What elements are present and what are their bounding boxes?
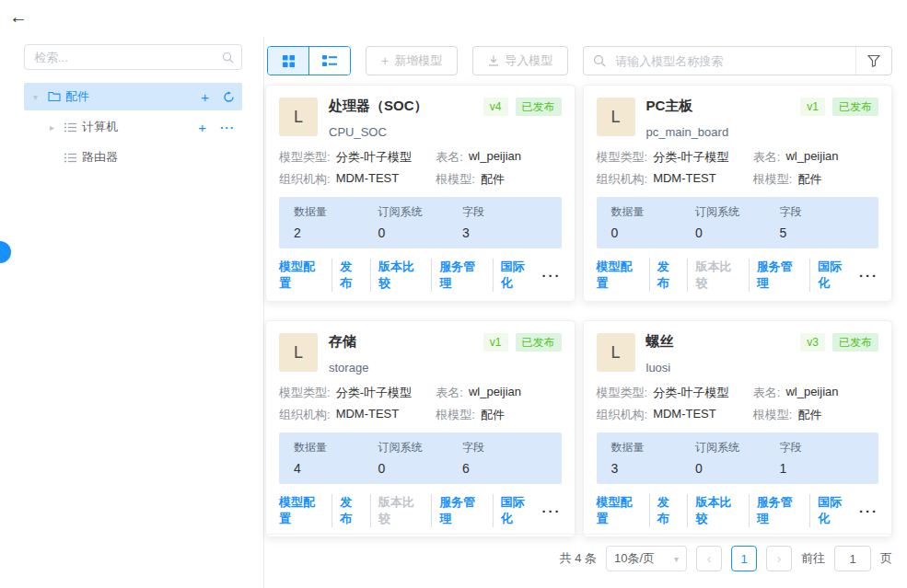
action-publish[interactable]: 发布 <box>649 259 688 292</box>
action-i18n[interactable]: 国际化 <box>809 494 859 527</box>
field-value: MDM-TEST <box>653 171 716 188</box>
action-model-config[interactable]: 模型配置 <box>279 259 331 292</box>
card-header: L 螺丝 luosi v3 已发布 <box>597 330 879 375</box>
status-badge: 已发布 <box>516 98 562 116</box>
card-stats: 数据量3 订阅系统0 字段1 <box>597 432 879 484</box>
tree-search-input[interactable] <box>32 50 222 65</box>
list-icon <box>64 153 82 163</box>
field-value: MDM-TEST <box>336 407 400 423</box>
action-model-config[interactable]: 模型配置 <box>597 494 649 527</box>
model-title: 存储 <box>329 333 483 351</box>
action-service-manage[interactable]: 服务管理 <box>749 259 809 292</box>
model-card-grid: L 处理器（SOC） CPU_SOC v4 已发布 模型类型:分类-叶子模型 表… <box>265 85 892 537</box>
stat-label: 订阅系统 <box>378 440 463 455</box>
main-content: + 新增模型 导入模型 <box>265 0 907 588</box>
import-model-label: 导入模型 <box>505 52 552 69</box>
action-version-compare[interactable]: 版本比较 <box>687 494 748 527</box>
card-header: L 处理器（SOC） CPU_SOC v4 已发布 <box>279 95 562 139</box>
action-version-compare[interactable]: 版本比较 <box>687 259 748 292</box>
back-button[interactable]: ← <box>9 7 28 26</box>
action-i18n[interactable]: 国际化 <box>809 259 859 292</box>
stat-value: 1 <box>780 461 865 476</box>
model-code: pc_main_board <box>646 125 801 139</box>
caret-right-icon[interactable]: ▸ <box>50 122 64 133</box>
model-card: L 处理器（SOC） CPU_SOC v4 已发布 模型类型:分类-叶子模型 表… <box>265 85 576 302</box>
refresh-icon[interactable] <box>223 91 235 103</box>
stat-label: 订阅系统 <box>378 204 463 220</box>
action-i18n[interactable]: 国际化 <box>493 259 542 292</box>
page-size-select[interactable]: 10条/页 ▾ <box>606 546 687 571</box>
model-avatar: L <box>597 333 635 372</box>
more-actions-button[interactable]: ··· <box>859 269 878 282</box>
caret-down-icon[interactable]: ▾ <box>33 92 48 102</box>
tree-node-label: 配件 <box>65 88 187 105</box>
stat-label: 字段 <box>780 204 865 220</box>
add-child-node-button[interactable]: + <box>198 121 206 134</box>
stat-value: 0 <box>378 225 463 240</box>
action-service-manage[interactable]: 服务管理 <box>431 259 492 292</box>
action-model-config[interactable]: 模型配置 <box>597 259 649 292</box>
page-button-1[interactable]: 1 <box>731 546 757 571</box>
action-model-config[interactable]: 模型配置 <box>279 494 331 527</box>
action-publish[interactable]: 发布 <box>331 259 370 292</box>
action-publish[interactable]: 发布 <box>331 494 370 527</box>
field-label: 组织机构: <box>279 171 331 188</box>
stat-value: 6 <box>462 461 547 476</box>
more-actions-button[interactable]: ··· <box>542 269 562 282</box>
stat-value: 3 <box>611 461 696 476</box>
action-version-compare[interactable]: 版本比较 <box>370 259 431 292</box>
card-view-button[interactable] <box>268 47 308 75</box>
status-badge: 已发布 <box>516 333 562 352</box>
version-badge: v1 <box>483 333 508 352</box>
more-actions-button[interactable]: ··· <box>859 504 878 518</box>
action-service-manage[interactable]: 服务管理 <box>431 494 492 527</box>
action-publish[interactable]: 发布 <box>649 494 688 527</box>
add-model-button[interactable]: + 新增模型 <box>366 46 458 75</box>
tree-node-peijian[interactable]: ▾ 配件 + <box>24 83 242 110</box>
version-badge: v4 <box>483 98 508 116</box>
field-label: 表名: <box>436 149 463 166</box>
tree-node-jisuanji[interactable]: ▸ 计算机 + ··· <box>24 113 242 141</box>
stat-label: 字段 <box>462 440 547 455</box>
model-code: luosi <box>646 361 801 375</box>
node-more-button[interactable]: ··· <box>220 121 235 133</box>
stat-label: 数据量 <box>294 204 378 220</box>
model-avatar: L <box>597 98 635 136</box>
card-actions: 模型配置 发布 版本比较 服务管理 国际化 ··· <box>597 494 879 527</box>
tree-node-luyouqi[interactable]: 路由器 <box>24 144 242 171</box>
goto-page-input[interactable] <box>834 546 871 571</box>
action-service-manage[interactable]: 服务管理 <box>749 494 809 527</box>
action-version-compare[interactable]: 版本比较 <box>370 494 431 527</box>
card-actions: 模型配置 发布 版本比较 服务管理 国际化 ··· <box>279 259 562 292</box>
model-avatar: L <box>279 333 318 372</box>
field-label: 组织机构: <box>279 407 331 423</box>
field-label: 根模型: <box>753 171 793 188</box>
stat-label: 数据量 <box>611 440 696 455</box>
field-label: 根模型: <box>753 407 793 423</box>
field-value: 配件 <box>481 171 505 188</box>
stat-label: 字段 <box>462 204 547 220</box>
stat-value: 0 <box>378 461 463 476</box>
field-label: 模型类型: <box>597 149 648 166</box>
action-i18n[interactable]: 国际化 <box>493 494 542 527</box>
model-title: 螺丝 <box>646 333 801 351</box>
prev-page-button[interactable]: ‹ <box>696 546 722 571</box>
list-icon <box>64 122 82 133</box>
model-avatar: L <box>279 98 318 136</box>
plus-icon: + <box>381 54 389 67</box>
stat-label: 订阅系统 <box>695 204 780 220</box>
field-value: 配件 <box>797 171 821 188</box>
next-page-button[interactable]: › <box>766 546 792 571</box>
stat-value: 0 <box>611 225 696 240</box>
import-model-button[interactable]: 导入模型 <box>472 46 568 75</box>
tree-node-label: 路由器 <box>82 149 235 166</box>
field-label: 组织机构: <box>597 407 648 423</box>
field-value: 配件 <box>481 407 505 423</box>
more-actions-button[interactable]: ··· <box>542 504 562 518</box>
field-value: 分类-叶子模型 <box>336 385 412 401</box>
filter-button[interactable] <box>855 47 891 75</box>
add-child-node-button[interactable]: + <box>201 90 209 104</box>
list-view-button[interactable] <box>308 47 350 75</box>
model-search-input[interactable] <box>613 53 855 69</box>
status-badge: 已发布 <box>832 98 878 116</box>
